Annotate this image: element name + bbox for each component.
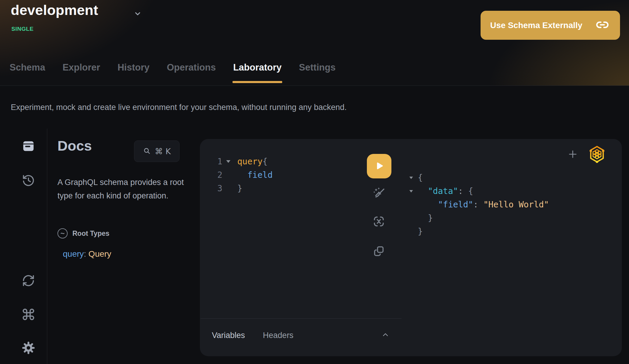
plus-icon [567,149,578,161]
copy-query-button[interactable] [372,244,386,259]
line-number: 1 [212,155,222,168]
page-tabs: Schema Explorer History Operations Labor… [9,62,336,85]
root-type-row: query: Query [63,249,111,259]
sidebar-item-docs[interactable] [21,139,36,154]
merge-icon [372,215,385,229]
sidebar-item-history[interactable] [21,174,36,188]
docs-book-icon [22,139,35,154]
variables-tab[interactable]: Variables [212,329,245,342]
tab-schema[interactable]: Schema [9,62,46,85]
refresh-icon [22,274,35,288]
tab-explorer[interactable]: Explorer [62,62,101,85]
root-types-heading: Root Types [72,230,110,238]
tab-label: History [118,62,150,73]
token-close-brace: } [237,183,242,193]
token-open-brace: { [418,173,423,183]
response-line: "data": { [409,184,549,198]
response-line: } [409,225,549,238]
token-open-brace: { [468,186,473,196]
gear-icon [22,341,35,356]
sidebar-item-settings[interactable] [21,341,36,355]
token-string-value: "Hello World" [483,200,549,209]
chevron-up-icon [381,331,390,339]
editor-line: 1 query{ [212,155,273,168]
chevron-down-icon[interactable] [133,9,142,19]
active-tab-underline [233,81,282,83]
tab-label: Laboratory [233,62,282,73]
link-icon [596,19,609,32]
workspace-title: development [11,2,98,18]
token-colon: : [458,186,468,196]
tab-operations[interactable]: Operations [166,62,217,85]
graphiql-panel: 1 query{ 2 field 3 } [200,139,622,356]
line-number: 3 [212,182,222,195]
tab-laboratory[interactable]: Laboratory [233,62,282,85]
tab-settings[interactable]: Settings [298,62,336,85]
root-type-field[interactable]: query [63,249,84,259]
execute-button[interactable] [367,154,391,178]
editor-footer: Variables Headers [212,329,294,342]
environment-badge: SINGLE [11,26,34,32]
token-field-key: "field" [418,200,473,209]
root-types-icon: ~ [57,228,68,238]
history-clock-icon [22,174,35,188]
root-types-section: ~ Root Types [57,228,110,238]
docs-title: Docs [57,137,92,154]
token-close-brace: } [418,227,423,236]
prettify-wand-icon [372,186,386,201]
page-description: Experiment, mock and create live environ… [11,103,347,112]
docs-intro: A GraphQL schema provides a root type fo… [57,176,186,203]
merge-fragments-button[interactable] [372,215,386,229]
response-line: "field": "Hello World" [409,198,549,211]
hive-logo [589,146,605,163]
query-editor[interactable]: 1 query{ 2 field 3 } [212,155,273,195]
tool-sidebar [0,129,47,364]
tab-label: Schema [10,62,45,73]
page-header: development SINGLE Use Schema Externally… [0,0,629,86]
response-viewer: { "data": { "field": "Hello World" } } [409,171,549,238]
response-line: } [409,211,549,225]
cta-label: Use Schema Externally [490,21,582,30]
token-data-key: "data" [418,186,458,196]
editor-line: 2 field [212,168,273,182]
root-type-link[interactable]: Query [89,249,111,259]
play-icon [374,160,385,172]
token-field: field [237,170,273,180]
root-type-separator: : [84,249,89,259]
response-line: { [409,171,549,184]
token-close-brace: } [418,213,433,223]
docs-search-button[interactable]: ⌘ K [134,140,180,162]
editor-line: 3 } [212,182,273,195]
token-open-brace: { [262,157,268,166]
editor-footer-divider [200,318,402,319]
token-colon: : [473,200,483,209]
use-schema-externally-button[interactable]: Use Schema Externally [481,11,620,40]
tab-label: Settings [299,62,335,73]
docs-panel: Docs ⌘ K A GraphQL schema provides a roo… [47,129,201,364]
line-number: 2 [212,168,222,182]
token-keyword: query [237,157,262,166]
tab-label: Operations [167,62,216,73]
add-tab-button[interactable] [567,149,578,160]
search-shortcut: ⌘ K [155,147,171,156]
search-icon [143,147,151,156]
sidebar-item-reload[interactable] [21,274,36,288]
collapse-footer-button[interactable] [381,331,390,339]
fold-triangle-icon[interactable] [409,184,418,198]
prettify-button[interactable] [372,186,386,201]
sidebar-item-shortcuts[interactable] [21,308,36,322]
tab-label: Explorer [63,62,100,73]
command-icon [22,308,35,322]
laboratory-page: development SINGLE Use Schema Externally… [0,0,629,364]
fold-triangle-icon[interactable] [222,155,234,168]
headers-tab[interactable]: Headers [263,329,294,342]
copy-icon [373,245,385,258]
fold-triangle-icon[interactable] [409,171,418,184]
tab-history[interactable]: History [117,62,150,85]
